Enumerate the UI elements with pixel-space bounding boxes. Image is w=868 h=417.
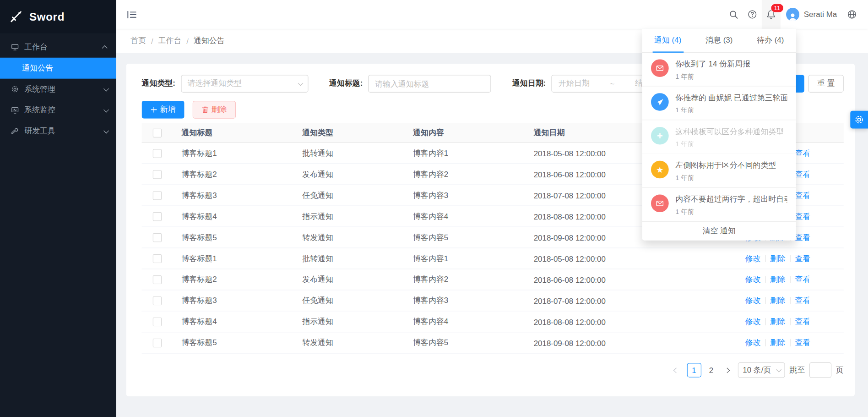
sidebar-item-system-monitor[interactable]: 系统监控 [0, 100, 116, 121]
reset-button[interactable]: 重 置 [808, 75, 844, 93]
view-link[interactable]: 查看 [795, 274, 810, 285]
delete-link[interactable]: 删除 [770, 317, 786, 327]
row-checkbox[interactable] [153, 170, 162, 179]
notification-item[interactable]: 内容不要超过两行字，超出时自动截断 1 年前 [642, 188, 796, 222]
row-checkbox-cell [142, 233, 173, 241]
header-actions: 11 Serati Ma [724, 0, 862, 29]
cell-date: 2018-05-08 12:00:00 [525, 149, 646, 158]
view-link[interactable]: 查看 [795, 338, 810, 348]
row-checkbox[interactable] [153, 338, 162, 347]
view-link[interactable]: 查看 [795, 253, 810, 263]
sidebar-collapse-icon[interactable] [127, 0, 143, 29]
help-icon[interactable] [743, 0, 762, 29]
row-checkbox[interactable] [153, 317, 162, 326]
view-link[interactable]: 查看 [795, 169, 810, 179]
search-icon[interactable] [724, 0, 743, 29]
cell-date: 2018-09-08 12:00:00 [525, 338, 646, 347]
delete-link[interactable]: 删除 [770, 253, 786, 263]
breadcrumb-home[interactable]: 首页 [130, 36, 146, 46]
edit-link[interactable]: 修改 [745, 317, 761, 327]
notification-item[interactable]: ★ 左侧图标用于区分不同的类型 1 年前 [642, 154, 796, 188]
row-checkbox[interactable] [153, 191, 162, 200]
notifications-bell[interactable]: 11 [762, 0, 781, 29]
cell-content: 博客内容3 [404, 190, 525, 200]
sidebar-item-system-management[interactable]: 系统管理 [0, 79, 116, 100]
delete-button[interactable]: 删除 [193, 101, 236, 119]
cell-type: 批转通知 [293, 253, 404, 263]
sidebar-item-notice-active[interactable]: 通知公告 [0, 58, 116, 79]
notice-type-select[interactable]: 请选择通知类型 [181, 75, 308, 93]
mail-icon [651, 194, 669, 212]
notification-time: 1 年前 [675, 140, 784, 149]
cell-title: 博客标题4 [173, 317, 293, 327]
cell-ops: 修改 删除 查看 [646, 296, 844, 306]
breadcrumb-workbench[interactable]: 工作台 [158, 36, 182, 46]
pagination: 1 2 10 条/页 跳至 页 [142, 362, 844, 378]
edit-link[interactable]: 修改 [745, 274, 761, 285]
row-checkbox-cell [142, 275, 173, 284]
add-button[interactable]: 新增 [142, 101, 184, 119]
divider [765, 276, 765, 283]
delete-link[interactable]: 删除 [770, 296, 786, 306]
page-1-button[interactable]: 1 [687, 363, 701, 377]
app-logo: Sword [0, 0, 116, 33]
notice-title-input[interactable] [375, 79, 484, 88]
jump-page-input[interactable] [809, 362, 831, 378]
cell-type: 指示通知 [293, 211, 404, 221]
select-all-checkbox[interactable] [153, 128, 162, 137]
view-link[interactable]: 查看 [795, 232, 810, 242]
tab-todos[interactable]: 待办 (4) [745, 29, 796, 52]
notification-title: 内容不要超过两行字，超出时自动截断 [675, 194, 787, 204]
edit-link[interactable]: 修改 [745, 296, 761, 306]
user-menu[interactable]: Serati Ma [781, 0, 842, 29]
chevron-down-icon [776, 367, 781, 372]
breadcrumb-separator: / [186, 37, 189, 45]
row-checkbox[interactable] [153, 296, 162, 305]
notification-item-read[interactable]: + 这种模板可以区分多种通知类型 1 年前 [642, 120, 796, 154]
row-checkbox[interactable] [153, 254, 162, 263]
row-checkbox[interactable] [153, 233, 162, 241]
row-checkbox[interactable] [153, 149, 162, 158]
edit-link[interactable]: 修改 [745, 253, 761, 263]
cell-title: 博客标题1 [173, 148, 293, 158]
sidebar-item-workbench[interactable]: 工作台 [0, 37, 116, 58]
jump-label: 跳至 [789, 365, 805, 375]
notification-item[interactable]: 你收到了 14 份新周报 1 年前 [642, 53, 796, 87]
notification-item[interactable]: 你推荐的 曲妮妮 已通过第三轮面试 1 年前 [642, 87, 796, 121]
header-content: 通知内容 [404, 128, 525, 138]
page-size-select[interactable]: 10 条/页 [738, 362, 785, 378]
divider [790, 276, 790, 283]
gear-icon [11, 85, 19, 93]
theme-settings-button[interactable] [850, 111, 868, 129]
cell-type: 任免通知 [293, 190, 404, 200]
row-checkbox-cell [142, 296, 173, 305]
language-globe-icon[interactable] [842, 0, 861, 29]
user-name: Serati Ma [804, 10, 837, 19]
table-row: 博客标题4 指示通知 博客内容4 2018-08-08 12:00:00 修改 … [142, 312, 844, 333]
view-link[interactable]: 查看 [795, 190, 810, 200]
prev-page-button[interactable] [670, 363, 683, 377]
tab-notifications[interactable]: 通知 (4) [642, 29, 694, 52]
chevron-down-icon [103, 86, 109, 91]
view-link[interactable]: 查看 [795, 317, 810, 327]
view-link[interactable]: 查看 [795, 211, 810, 221]
cell-type: 转发通知 [293, 232, 404, 242]
view-link[interactable]: 查看 [795, 148, 810, 158]
sidebar-item-dev-tools[interactable]: 研发工具 [0, 121, 116, 142]
page-unit-label: 页 [836, 365, 844, 375]
gear-icon [854, 115, 864, 125]
edit-link[interactable]: 修改 [745, 338, 761, 348]
cell-content: 博客内容1 [404, 253, 525, 263]
delete-link[interactable]: 删除 [770, 338, 786, 348]
tab-messages[interactable]: 消息 (3) [694, 29, 745, 52]
send-icon [651, 93, 669, 111]
notification-title: 这种模板可以区分多种通知类型 [675, 127, 784, 137]
clear-notifications-button[interactable]: 清空 通知 [642, 222, 796, 241]
row-checkbox[interactable] [153, 275, 162, 284]
row-checkbox[interactable] [153, 212, 162, 221]
page-2-button[interactable]: 2 [705, 366, 716, 374]
next-page-button[interactable] [721, 363, 733, 377]
delete-link[interactable]: 删除 [770, 274, 786, 285]
view-link[interactable]: 查看 [795, 296, 810, 306]
table-row: 博客标题1 批转通知 博客内容1 2018-05-08 12:00:00 修改 … [142, 248, 844, 269]
